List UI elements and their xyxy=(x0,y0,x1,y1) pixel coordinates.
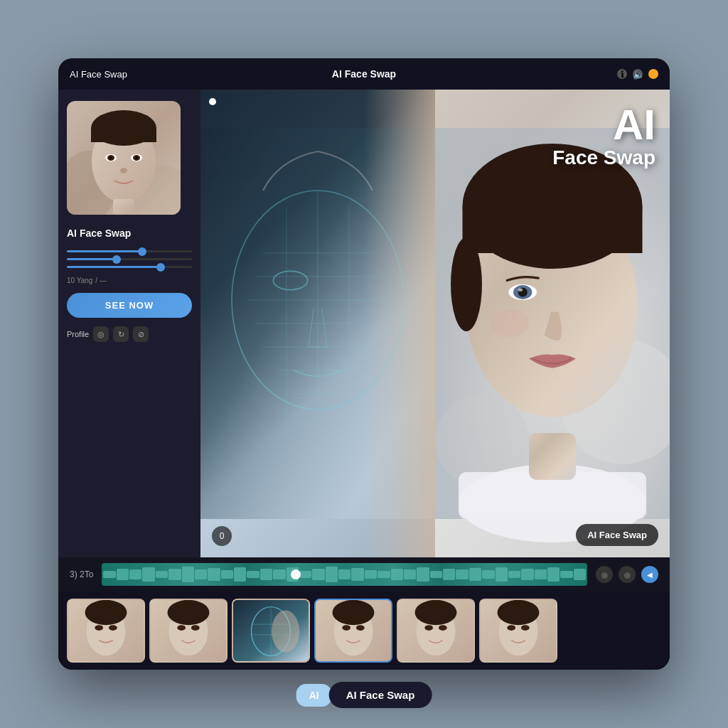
svg-rect-5 xyxy=(91,128,156,142)
wave-bar xyxy=(391,569,403,581)
app-window: AI Face Swap AI Face Swap ℹ 🔈 xyxy=(58,58,670,670)
film-frame-6[interactable] xyxy=(479,599,557,663)
svg-point-8 xyxy=(109,156,112,159)
preview-image: AI Face Swap 0 AI Face Swap xyxy=(200,90,670,557)
preview-left-half xyxy=(200,90,435,557)
mic-button[interactable]: ◎ xyxy=(93,326,109,342)
slider-fill-3 xyxy=(67,266,161,268)
wave-bar xyxy=(456,569,468,579)
waveform-bars xyxy=(102,563,587,586)
svg-point-40 xyxy=(518,289,523,291)
wave-bar xyxy=(338,569,350,579)
wave-bar xyxy=(247,571,259,578)
preview-dot xyxy=(209,98,216,105)
wave-bar xyxy=(208,568,220,581)
film-frame-5[interactable] xyxy=(397,599,475,663)
wave-bar xyxy=(417,567,429,581)
close-button[interactable] xyxy=(648,69,658,79)
waveform-container[interactable] xyxy=(102,563,587,586)
film-frame-face-2 xyxy=(151,600,226,661)
svg-point-46 xyxy=(109,625,117,631)
wave-bar xyxy=(560,571,572,579)
refresh-button[interactable]: ↻ xyxy=(113,326,129,342)
slider-thumb-1[interactable] xyxy=(138,247,146,256)
app-icon-pill[interactable]: AI xyxy=(296,684,332,707)
wave-bar xyxy=(260,569,272,581)
film-frame-face-6 xyxy=(481,600,556,661)
film-frame-3[interactable] xyxy=(232,599,310,663)
film-frame-face-5 xyxy=(398,600,473,661)
slider-track-2[interactable] xyxy=(67,258,192,260)
wave-bar xyxy=(521,569,533,581)
wave-bar xyxy=(312,569,324,580)
timeline-btn-2[interactable]: ◎ xyxy=(619,566,636,583)
wave-bar xyxy=(482,570,494,579)
title-bar-left: AI Face Swap xyxy=(70,69,127,80)
blend-gradient xyxy=(365,90,435,557)
slider-row-3 xyxy=(67,266,192,268)
film-frame-4[interactable] xyxy=(314,599,392,663)
film-frame-2[interactable] xyxy=(149,599,228,663)
timeline-label: 3) 2To xyxy=(70,569,93,579)
svg-point-44 xyxy=(85,600,127,625)
wave-bar xyxy=(574,569,586,580)
timeline-play-btn[interactable]: ◀ xyxy=(641,566,658,583)
waveform-playhead[interactable] xyxy=(291,569,301,579)
slider-fill-1 xyxy=(67,250,142,252)
wave-bar xyxy=(221,570,233,579)
slider-section xyxy=(67,250,192,268)
bottom-app-bar: AI AI Face Swap xyxy=(296,682,432,708)
wave-bar xyxy=(430,571,442,579)
center-preview: AI Face Swap 0 AI Face Swap xyxy=(200,90,670,557)
wave-bar xyxy=(535,569,547,579)
slider-track-3[interactable] xyxy=(67,266,192,268)
svg-point-65 xyxy=(415,600,457,625)
volume-button[interactable]: 🔈 xyxy=(633,69,643,79)
wave-bar xyxy=(326,567,338,583)
wave-bar xyxy=(508,571,520,578)
frame-svg-4 xyxy=(316,599,391,662)
face-svg xyxy=(67,101,181,215)
svg-point-60 xyxy=(333,600,375,625)
info-button[interactable]: ℹ xyxy=(617,69,627,79)
film-frame-1[interactable] xyxy=(67,599,145,663)
app-name-pill[interactable]: AI Face Swap xyxy=(329,682,432,708)
face-art xyxy=(67,101,181,215)
slider-row-1 xyxy=(67,250,192,252)
svg-point-66 xyxy=(424,625,433,631)
wave-bar xyxy=(117,569,129,581)
slider-thumb-2[interactable] xyxy=(112,255,121,264)
frame-svg-1 xyxy=(68,599,144,662)
svg-point-12 xyxy=(120,168,127,173)
profile-label: Profile xyxy=(67,330,89,338)
title-bar-controls: ℹ 🔈 xyxy=(617,69,658,79)
wave-bar xyxy=(443,569,455,580)
wave-bar xyxy=(299,571,311,579)
wave-bar xyxy=(378,571,390,578)
svg-point-49 xyxy=(168,600,210,625)
wave-bar xyxy=(195,569,207,579)
svg-rect-13 xyxy=(113,199,134,215)
cancel-button-sm[interactable]: ⊘ xyxy=(133,326,149,342)
slider-thumb-3[interactable] xyxy=(156,263,165,272)
svg-point-61 xyxy=(342,625,350,631)
wave-bar xyxy=(469,568,481,581)
wave-bar xyxy=(496,567,508,582)
wave-bar xyxy=(182,567,194,582)
frame-svg-3 xyxy=(233,599,309,662)
svg-point-62 xyxy=(356,625,365,631)
svg-point-67 xyxy=(439,625,447,631)
svg-point-41 xyxy=(490,309,529,338)
title-bar: AI Face Swap AI Face Swap ℹ 🔈 xyxy=(58,58,670,90)
svg-point-71 xyxy=(507,625,515,631)
slider-fill-2 xyxy=(67,258,117,260)
see-now-button[interactable]: SEE NOW xyxy=(67,293,192,318)
wave-bar xyxy=(142,567,154,581)
ai-big-text: AI xyxy=(552,104,655,146)
slider-track-1[interactable] xyxy=(67,250,192,252)
wave-bar xyxy=(273,569,285,579)
waveform-bg xyxy=(102,563,587,586)
timeline-btn-1[interactable]: ◎ xyxy=(596,566,613,583)
filmstrip xyxy=(58,592,670,670)
wave-bar xyxy=(103,571,115,578)
